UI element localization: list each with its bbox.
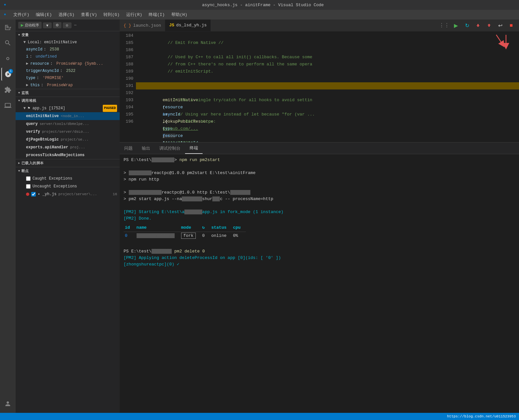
pm2-col-cpu: cpu — [232, 224, 246, 232]
code-line-187: // from C++ there's no need to perform a… — [136, 54, 519, 61]
terminal-line-6: [PM2] Starting E:\test\a■■■■■■■app.js in… — [124, 209, 515, 215]
pm2-row-0: 0 ■■■■■■■■■■■■■■■ fork 0 online 0% — [124, 232, 246, 240]
var-this[interactable]: ► this : PromiseWrap — [16, 82, 120, 89]
menu-goto[interactable]: 转到(G) — [101, 11, 122, 18]
step-over-button[interactable] — [473, 21, 483, 30]
terminal-line-3: > npm run http — [124, 176, 515, 183]
tab-bar: { } launch.json JS ds_lsd_yh.js — [120, 20, 436, 31]
tab-ds-lsd-yh-js[interactable]: JS ds_lsd_yh.js — [165, 20, 211, 31]
pm2-col-mode: mode — [180, 224, 201, 232]
local-scope-header[interactable]: ▼ Local: emitInitNative — [16, 39, 120, 46]
activity-extensions[interactable] — [1, 83, 14, 96]
terminal-tab-problems[interactable]: 问题 — [120, 142, 137, 154]
pm2-cell-mode: fork — [180, 232, 201, 240]
split-icon[interactable]: ⋮⋮ — [439, 22, 449, 29]
launch-dropdown[interactable]: ▼ — [43, 22, 52, 28]
menu-select[interactable]: 选择(S) — [56, 11, 77, 18]
bp-yh-js[interactable]: ▪ _yh.js project/server\... 16 — [16, 190, 120, 198]
terminal-tab-debug-console[interactable]: 调试控制台 — [155, 142, 185, 154]
code-line-194: // Using var here instead of let because… — [136, 104, 519, 111]
loaded-scripts-section: ► 已载入的脚本 — [16, 159, 120, 167]
terminal-line-blank-3 — [124, 202, 515, 209]
var-asyncId: asyncId : 2538 — [16, 46, 120, 53]
loaded-scripts-header[interactable]: ► 已载入的脚本 — [16, 159, 120, 167]
activity-debug[interactable]: 1 — [1, 68, 14, 81]
status-url: https://blog.csdn.net/u011523953 — [447, 414, 516, 418]
bp-caught-exceptions[interactable]: Caught Exceptions — [16, 175, 120, 183]
callstack-section: ▼ 调用堆栈 ▼ ⚑ app.js [17524] PAUSED emitIni… — [16, 97, 120, 159]
var-i: i : undefined — [16, 53, 120, 60]
json-icon: { } — [124, 23, 131, 28]
terminal-line-blank-4 — [124, 242, 515, 248]
code-line-191: resource = lookupPublicResource ( resour… — [136, 82, 519, 89]
code-line-186: // Used by C++ to call all init() callba… — [136, 47, 519, 54]
bp-caught-checkbox[interactable] — [26, 176, 31, 181]
vscode-menu-icon: ▪ — [3, 11, 7, 18]
menu-help[interactable]: 帮助(H) — [169, 11, 190, 18]
variables-arrow: ▼ — [18, 34, 20, 37]
step-into-button[interactable] — [485, 21, 494, 30]
terminal-tabs: 问题 输出 调试控制台 终端 — [120, 142, 519, 154]
callstack-frame-2[interactable]: verify project/server/dsLo... — [16, 128, 120, 136]
restart-frame-button[interactable]: ↻ — [462, 21, 472, 30]
launch-run-button[interactable]: ▶ 启动程序 — [18, 22, 42, 29]
code-line-185 — [136, 39, 519, 47]
activity-scm[interactable] — [1, 52, 14, 65]
activity-bar: 1 — [0, 20, 16, 413]
var-resource[interactable]: ► resource : PromiseWrap {Symb... — [16, 60, 120, 67]
bp-uncaught-exceptions[interactable]: Uncaught Exceptions — [16, 183, 120, 190]
js-icon: JS — [169, 23, 174, 28]
activity-explorer[interactable] — [1, 21, 14, 34]
terminal-panel: 问题 输出 调试控制台 终端 PS E:\test\■■■■■■■■■> npm… — [120, 142, 519, 413]
callstack-frame-4[interactable]: exports.apiHandler proj... — [16, 143, 120, 151]
menu-terminal[interactable]: 终端(I) — [146, 11, 167, 18]
terminal-tab-terminal[interactable]: 终端 — [185, 142, 203, 154]
more-btn[interactable]: ⋯ — [74, 23, 76, 28]
window-title: async_hooks.js - ainitFrame - Visual Stu… — [202, 3, 324, 7]
user-icon[interactable] — [1, 397, 14, 410]
bp-uncaught-checkbox[interactable] — [26, 184, 31, 189]
terminal-content[interactable]: PS E:\test\■■■■■■■■■> npm run pm2start >… — [120, 154, 519, 413]
terminal-line-1: PS E:\test\■■■■■■■■■> npm run pm2start — [124, 157, 515, 163]
debug-settings-btn[interactable]: ⚙ — [53, 22, 61, 28]
bp-yh-checkbox[interactable] — [31, 192, 36, 196]
tab-and-debug-bar: { } launch.json JS ds_lsd_yh.js ⋮⋮ ▶ ↻ — [120, 20, 519, 32]
paused-badge: PAUSED — [103, 105, 117, 112]
activity-search[interactable] — [1, 36, 14, 49]
menu-run[interactable]: 运行(R) — [124, 11, 145, 18]
variables-header[interactable]: ▼ 变量 — [16, 31, 120, 39]
callstack-header[interactable]: ▼ 调用堆栈 — [16, 97, 120, 104]
callstack-frame-5[interactable]: processTicksAndRejections — [16, 151, 120, 159]
menu-edit[interactable]: 编辑(E) — [33, 11, 54, 18]
menu-bar: ▪ 文件(F) 编辑(E) 选择(S) 查看(V) 转到(G) 运行(R) 终端… — [0, 10, 519, 20]
debug-toolbar: ▶ 启动程序 ▼ ⚙ ⛭ ⋯ — [16, 20, 120, 31]
stop-button[interactable]: ■ — [507, 21, 516, 30]
terminal-tab-output[interactable]: 输出 — [137, 142, 155, 154]
terminal-line-blank-2 — [124, 183, 515, 189]
local-scope-arrow: ▼ — [23, 39, 26, 46]
var-resource-arrow: ► — [26, 61, 28, 67]
activity-user[interactable] — [1, 395, 14, 413]
pm2-cell-restarts: 0 — [201, 232, 210, 240]
callstack-frame-3[interactable]: djPageBtnLogic project/se... — [16, 136, 120, 143]
breakpoints-header[interactable]: ▼ 断点 — [16, 167, 120, 175]
code-line-193: try { — [136, 97, 519, 104]
watch-section: ▼ 监视 — [16, 89, 120, 97]
pm2-col-restarts: ↻ — [201, 224, 210, 232]
activity-remote[interactable] — [1, 99, 14, 112]
breakpoints-section: ▼ 断点 Caught Exceptions Uncaught Exceptio… — [16, 167, 120, 413]
tab-launch-json[interactable]: { } launch.json — [120, 20, 165, 31]
callstack-thread[interactable]: ▼ ⚑ app.js [17524] PAUSED — [16, 104, 120, 112]
thread-arrow: ▼ — [23, 105, 26, 112]
continue-button[interactable]: ▶ — [451, 21, 460, 30]
menu-view[interactable]: 查看(V) — [78, 11, 100, 18]
watch-header[interactable]: ▼ 监视 — [16, 89, 120, 97]
terminal-line-blank-1 — [124, 163, 515, 170]
menu-file[interactable]: 文件(F) — [11, 11, 32, 18]
callstack-frame-1[interactable]: query server/tools/dbHelpe... — [16, 120, 120, 128]
callstack-frame-0[interactable]: emitInitNative <node_in... — [16, 112, 120, 120]
debug-add-config-btn[interactable]: ⛭ — [63, 22, 72, 28]
breakpoints-arrow: ▼ — [18, 169, 20, 173]
var-this-arrow: ► — [26, 82, 28, 88]
step-out-button[interactable]: ↩ — [496, 21, 505, 30]
